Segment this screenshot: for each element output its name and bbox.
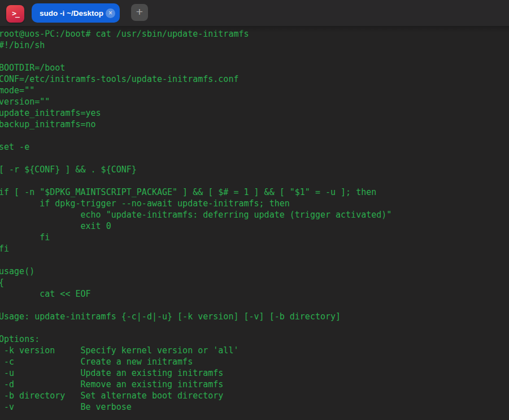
tab-bar[interactable]: >_ sudo -i ~/Desktop × +	[0, 0, 509, 27]
terminal-prompt-icon: >_	[12, 9, 19, 18]
tab-label: sudo -i ~/Desktop	[32, 9, 106, 18]
terminal-app-icon: >_	[6, 5, 24, 23]
new-tab-button[interactable]: +	[131, 4, 148, 21]
terminal-viewport[interactable]: root@uos-PC:/boot# cat /usr/sbin/update-…	[0, 27, 509, 420]
tab-sudo-desktop[interactable]: sudo -i ~/Desktop ×	[32, 3, 120, 23]
terminal-output[interactable]: root@uos-PC:/boot# cat /usr/sbin/update-…	[0, 27, 509, 413]
tab-close-icon[interactable]: ×	[106, 8, 115, 18]
